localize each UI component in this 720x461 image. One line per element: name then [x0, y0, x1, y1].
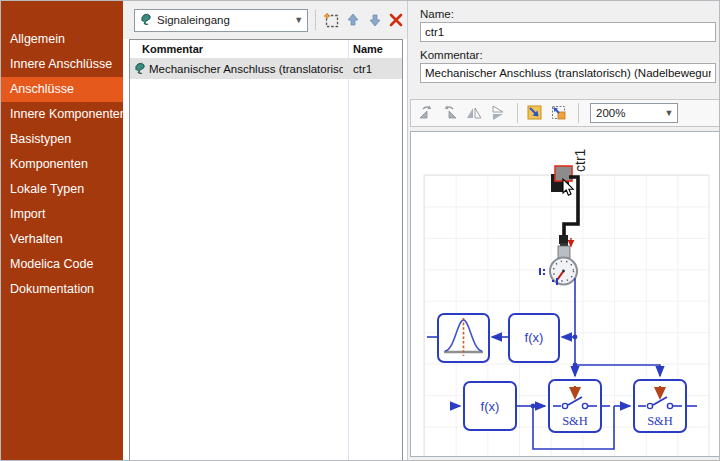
connector-detail-panel: Name: Kommentar:: [407, 1, 720, 460]
name-field[interactable]: [420, 22, 716, 42]
sidebar-item-komponenten[interactable]: Komponenten: [1, 152, 123, 177]
svg-text:S&H: S&H: [562, 414, 588, 428]
zoom-level-combobox[interactable]: 200% ▼: [590, 103, 678, 123]
function-block-lower[interactable]: f(x): [464, 382, 516, 430]
connector-type-value: Signaleingang: [157, 14, 230, 26]
sample-hold-block-2[interactable]: S&H: [634, 380, 686, 432]
table-row[interactable]: Mechanischer Anschluss (translatorisch).…: [130, 59, 402, 79]
svg-text:f(x): f(x): [481, 399, 500, 414]
signal-connector-icon: [133, 61, 147, 77]
properties-window: Allgemein Innere Anschlüsse Anschlüsse I…: [0, 0, 720, 461]
sidebar-item-allgemein[interactable]: Allgemein: [1, 27, 123, 52]
row-comment: Mechanischer Anschluss (translatorisch).…: [149, 63, 343, 75]
sidebar-item-basistypen[interactable]: Basistypen: [1, 127, 123, 152]
function-block-upper[interactable]: f(x): [509, 314, 559, 362]
chevron-down-icon[interactable]: ▼: [291, 15, 307, 25]
toolbar-separator: [517, 103, 518, 123]
flip-horizontal-icon[interactable]: [462, 102, 486, 124]
chevron-down-icon[interactable]: ▼: [661, 108, 677, 118]
diagram-canvas[interactable]: ctr1: [410, 131, 720, 457]
rotate-left-icon[interactable]: [414, 102, 438, 124]
move-up-icon[interactable]: [342, 9, 364, 31]
sidebar-item-lokale-typen[interactable]: Lokale Typen: [1, 177, 123, 202]
sidebar-item-modelica-code[interactable]: Modelica Code: [1, 252, 123, 277]
sidebar-item-anschluesse[interactable]: Anschlüsse: [1, 77, 123, 102]
sidebar-item-innere-komponenten[interactable]: Innere Komponenten: [1, 102, 123, 127]
dial-gauge-sensor[interactable]: [550, 258, 577, 285]
signal-connector-icon: [139, 12, 153, 28]
svg-text:S&H: S&H: [647, 414, 673, 428]
move-down-icon[interactable]: [364, 9, 386, 31]
toolbar-separator: [578, 103, 579, 123]
row-name: ctr1: [353, 63, 372, 75]
sidebar-item-verhalten[interactable]: Verhalten: [1, 227, 123, 252]
zoom-level-value: 200%: [596, 107, 625, 119]
sidebar-item-dokumentation[interactable]: Dokumentation: [1, 277, 123, 302]
connector-toolbar: Signaleingang ▼: [123, 1, 407, 39]
zoom-to-selection-icon[interactable]: [547, 102, 571, 124]
kommentar-label: Kommentar:: [420, 49, 483, 61]
connector-table[interactable]: Kommentar Name Mechanischer Anschluss (t…: [129, 39, 403, 461]
name-label: Name:: [420, 8, 454, 20]
sidebar: Allgemein Innere Anschlüsse Anschlüsse I…: [1, 1, 123, 460]
kommentar-field[interactable]: [420, 63, 716, 83]
column-divider[interactable]: [348, 40, 349, 460]
new-item-icon[interactable]: [321, 9, 343, 31]
sample-hold-block-1[interactable]: S&H: [549, 380, 601, 432]
connector-list-panel: Signaleingang ▼: [123, 1, 407, 460]
flip-vertical-icon[interactable]: [486, 102, 510, 124]
sidebar-item-import[interactable]: Import: [1, 202, 123, 227]
gaussian-block[interactable]: [438, 314, 489, 362]
toolbar-separator: [315, 10, 316, 30]
rotate-right-icon[interactable]: [438, 102, 462, 124]
svg-text:f(x): f(x): [525, 330, 544, 345]
sidebar-item-innere-anschluesse[interactable]: Innere Anschlüsse: [1, 52, 123, 77]
fit-to-window-icon[interactable]: [523, 102, 547, 124]
view-toolbar: 200% ▼: [410, 99, 720, 127]
connector-name-label: ctr1: [572, 148, 588, 172]
table-header: Kommentar Name: [130, 40, 402, 59]
column-header-name[interactable]: Name: [353, 43, 383, 55]
column-header-kommentar[interactable]: Kommentar: [142, 43, 203, 55]
connector-type-combobox[interactable]: Signaleingang ▼: [134, 9, 308, 32]
delete-icon[interactable]: [385, 9, 407, 31]
